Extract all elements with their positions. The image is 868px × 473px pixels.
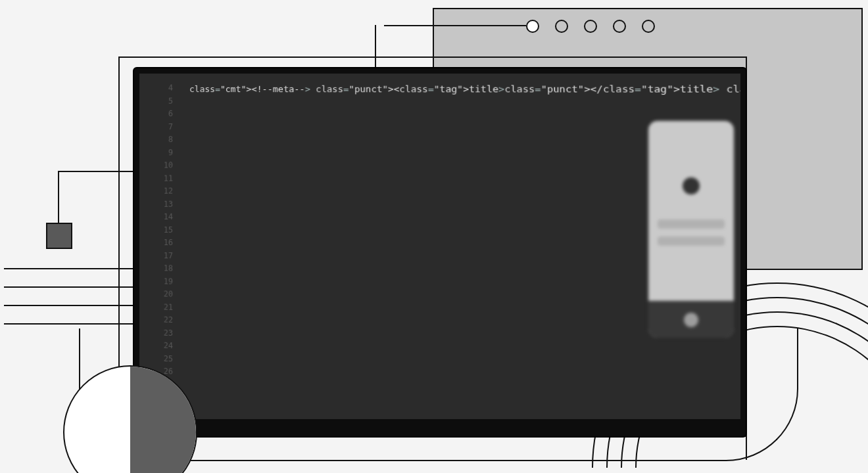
placeholder-bar: [658, 219, 725, 229]
small-square-icon: [46, 223, 72, 249]
dot-icon: [642, 20, 655, 33]
panel-indicator-dots: [526, 20, 655, 33]
illustration-stage: 4567891011121314151617181920212223242526…: [0, 0, 868, 473]
code-editor-content: class="cmt"><!--meta--> class="punct"><c…: [189, 81, 690, 97]
half-circle-decor: [63, 365, 195, 473]
dot-icon: [555, 20, 568, 33]
connector-line: [384, 25, 526, 26]
home-button-icon: [684, 313, 698, 327]
placeholder-bar: [658, 236, 725, 246]
dot-icon: [613, 20, 626, 33]
monitor-frame: 4567891011121314151617181920212223242526…: [134, 68, 746, 436]
avatar-icon: [683, 177, 700, 194]
dot-icon: [526, 20, 539, 33]
line-number-gutter: 4567891011121314151617181920212223242526: [147, 81, 173, 378]
monitor-screen: 4567891011121314151617181920212223242526…: [139, 74, 740, 419]
line-stack-decor: [4, 268, 146, 325]
phone-preview-mock: [648, 121, 734, 338]
dot-icon: [584, 20, 597, 33]
connector-line: [58, 171, 135, 172]
connector-line: [58, 171, 59, 223]
